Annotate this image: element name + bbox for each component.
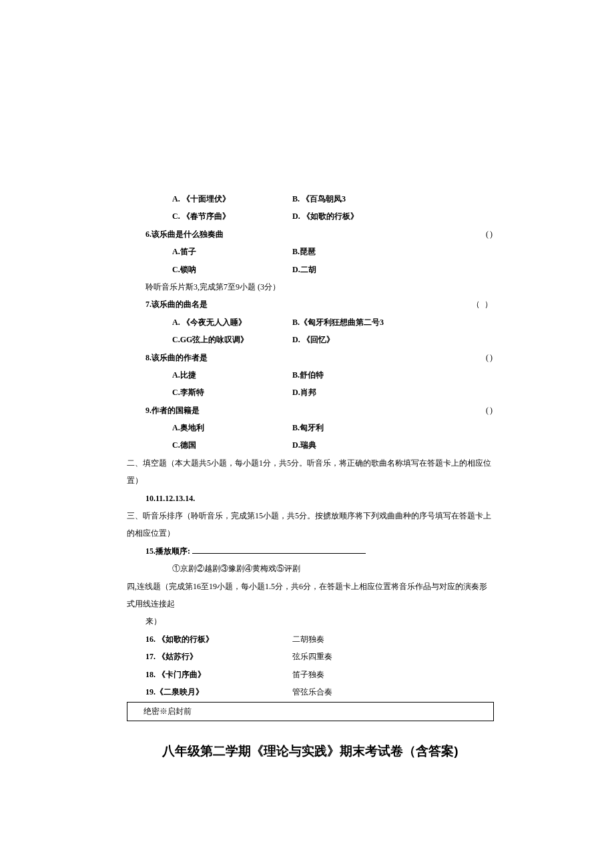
q15-label: 15.播放顺序: [145, 546, 192, 556]
q17-row: 17. 《姑苏行》 弦乐四重奏 [145, 648, 494, 665]
q19-left: 19.《二泉映月》 [145, 683, 292, 701]
q9-stem: 9.作者的国籍是 [145, 402, 200, 419]
q15-blank [192, 544, 366, 554]
q16-right: 二胡独奏 [292, 630, 324, 648]
q6-stem: 6.该乐曲是什么独奏曲 [145, 226, 224, 243]
q7-options-ab: A. 《今夜无人入睡》 B.《匈牙利狂想曲第二号3 [172, 314, 494, 331]
page-title: 八年级第二学期《理论与实践》期末考试卷（含答案) [127, 737, 494, 765]
q7-option-d: D. 《回忆》 [292, 331, 334, 348]
q9-options-cd: C.德国 D.瑞典 [172, 436, 494, 454]
q18-left: 18. 《卡门序曲》 [145, 666, 292, 683]
q8-option-d: D.肖邦 [292, 384, 316, 401]
q10-14: 10.11.12.13.14. [145, 490, 494, 507]
q5-options-ab: A. 《十面埋伏》 B. 《百鸟朝凤3 [172, 190, 494, 207]
sealed-box: 绝密※启封前 [127, 702, 494, 721]
q6-option-b: B.琵琶 [292, 243, 316, 260]
q7-option-a: A. 《今夜无人入睡》 [172, 314, 292, 331]
q6-option-c: C.锁呐 [172, 261, 292, 278]
sealed-label: 绝密※启封前 [143, 707, 192, 716]
q8-option-b: B.舒伯特 [292, 366, 324, 384]
q16-row: 16. 《如歌的行板》 二胡独奏 [145, 630, 494, 648]
q19-right: 管弦乐合奏 [292, 683, 332, 701]
section-4-heading: 四,连线题（完成第16至19小题，每小题1.5分，共6分，在答题卡上相应位置将音… [127, 578, 494, 613]
q8-stem-row: 8.该乐曲的作者是 () [145, 349, 494, 366]
q6-options-cd: C.锁呐 D.二胡 [172, 261, 494, 278]
q18-right: 笛子独奏 [292, 666, 324, 683]
q6-option-a: A.笛子 [172, 243, 292, 260]
q9-paren: () [486, 402, 494, 419]
q5-option-a: A. 《十面埋伏》 [172, 190, 292, 207]
q5-option-b: B. 《百鸟朝凤3 [292, 190, 346, 207]
section-3-heading: 三、听音乐排序（聆听音乐，完成第15小题，共5分。按掳放顺序将下列戏曲曲种的序号… [127, 507, 494, 542]
listen-heading-3: 聆听音乐片斯3,完成第7至9小题 (3分） [145, 278, 494, 296]
section-4-cont: 来） [145, 612, 494, 630]
q7-option-c: C.GG弦上的咏叹调》 [172, 331, 292, 348]
q7-options-cd: C.GG弦上的咏叹调》 D. 《回忆》 [172, 331, 494, 348]
q6-paren: () [486, 226, 494, 243]
q9-option-b: B.匈牙利 [292, 419, 324, 436]
q8-stem: 8.该乐曲的作者是 [145, 349, 208, 366]
q7-paren: （ ） [472, 296, 494, 313]
q9-option-d: D.瑞典 [292, 436, 316, 454]
q6-option-d: D.二胡 [292, 261, 316, 278]
q5-option-d: D. 《如歌的行板》 [292, 207, 358, 225]
q15-items: ①京剧②越剧③豫剧④黄梅戏⑤评剧 [172, 560, 494, 577]
q9-option-c: C.德国 [172, 436, 292, 454]
q9-stem-row: 9.作者的国籍是 () [145, 402, 494, 419]
q17-left: 17. 《姑苏行》 [145, 648, 292, 665]
q5-options-cd: C. 《春节序曲》 D. 《如歌的行板》 [172, 207, 494, 225]
q9-option-a: A.奥地利 [172, 419, 292, 436]
section-2-heading: 二、填空题（本大题共5小题，每小题1分，共5分。听音乐，将正确的歌曲名称填写在答… [127, 454, 494, 490]
q6-stem-row: 6.该乐曲是什么独奏曲 () [145, 226, 494, 243]
q7-option-b: B.《匈牙利狂想曲第二号3 [292, 314, 384, 331]
q8-option-c: C.李斯特 [172, 384, 292, 401]
q8-option-a: A.比捷 [172, 366, 292, 384]
q17-right: 弦乐四重奏 [292, 648, 332, 665]
q6-options-ab: A.笛子 B.琵琶 [172, 243, 494, 260]
q15-row: 15.播放顺序: [145, 542, 494, 560]
q18-row: 18. 《卡门序曲》 笛子独奏 [145, 666, 494, 683]
q9-options-ab: A.奥地利 B.匈牙利 [172, 419, 494, 436]
q7-stem: 7.该乐曲的曲名是 [145, 296, 208, 313]
q16-left: 16. 《如歌的行板》 [145, 630, 292, 648]
q5-option-c: C. 《春节序曲》 [172, 207, 292, 225]
q7-stem-row: 7.该乐曲的曲名是 （ ） [145, 296, 494, 313]
q8-options-ab: A.比捷 B.舒伯特 [172, 366, 494, 384]
q19-row: 19.《二泉映月》 管弦乐合奏 [145, 683, 494, 701]
q8-paren: () [486, 349, 494, 366]
q8-options-cd: C.李斯特 D.肖邦 [172, 384, 494, 401]
